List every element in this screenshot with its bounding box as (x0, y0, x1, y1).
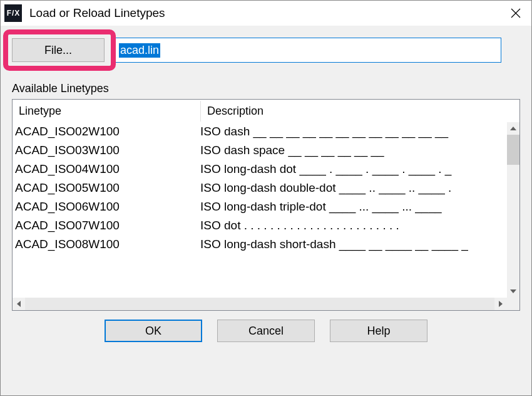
vertical-scrollbar[interactable] (507, 122, 519, 298)
file-input-value: acad.lin (119, 43, 160, 58)
window-title: Load or Reload Linetypes (29, 6, 500, 20)
linetype-desc: ISO long-dash short-dash ____ __ ____ __… (200, 237, 507, 251)
linetype-name: ACAD_ISO02W100 (15, 125, 200, 138)
list-item[interactable]: ACAD_ISO07W100 ISO dot . . . . . . . . .… (15, 216, 507, 235)
help-button[interactable]: Help (330, 320, 427, 342)
file-button[interactable]: File... (12, 38, 105, 62)
list-item[interactable]: ACAD_ISO04W100 ISO long-dash dot ____ . … (15, 160, 507, 179)
linetype-name: ACAD_ISO03W100 (15, 143, 200, 157)
list-item[interactable]: ACAD_ISO02W100 ISO dash __ __ __ __ __ _… (15, 122, 507, 141)
close-icon (511, 8, 521, 18)
list-body[interactable]: ACAD_ISO02W100 ISO dash __ __ __ __ __ _… (13, 122, 507, 298)
linetype-name: ACAD_ISO08W100 (15, 237, 200, 251)
linetype-desc: ISO long-dash double-dot ____ .. ____ ..… (200, 181, 507, 195)
titlebar: F/X Load or Reload Linetypes (1, 1, 531, 26)
ok-button[interactable]: OK (105, 320, 202, 342)
svg-marker-3 (510, 289, 516, 293)
linetype-desc: ISO dash space __ __ __ __ __ __ (200, 143, 507, 157)
cancel-button[interactable]: Cancel (217, 320, 315, 342)
app-icon: F/X (4, 4, 22, 22)
linetype-name: ACAD_ISO04W100 (15, 162, 200, 176)
scroll-thumb[interactable] (507, 135, 519, 165)
linetype-name: ACAD_ISO05W100 (15, 181, 200, 195)
button-row: OK Cancel Help (12, 320, 520, 342)
scroll-left-icon[interactable] (13, 298, 25, 310)
linetype-name: ACAD_ISO06W100 (15, 200, 200, 214)
list-header: Linetype Description (13, 100, 519, 122)
svg-marker-5 (499, 301, 503, 307)
linetype-name: ACAD_ISO07W100 (15, 219, 200, 232)
file-input[interactable]: acad.lin (115, 38, 501, 63)
dialog-window: F/X Load or Reload Linetypes File... aca… (0, 0, 532, 396)
scroll-up-icon[interactable] (507, 122, 519, 135)
list-item[interactable]: ACAD_ISO05W100 ISO long-dash double-dot … (15, 179, 507, 197)
scroll-down-icon[interactable] (507, 285, 519, 298)
dialog-content: File... acad.lin Available Linetypes Lin… (1, 26, 531, 395)
column-header-description[interactable]: Description (200, 101, 507, 122)
scroll-right-icon[interactable] (494, 298, 507, 310)
linetypes-listbox: Linetype Description ACAD_ISO02W100 ISO … (12, 99, 520, 311)
horizontal-scrollbar[interactable] (13, 298, 519, 310)
scroll-corner (507, 298, 519, 310)
column-header-linetype[interactable]: Linetype (13, 101, 200, 122)
available-linetypes-label: Available Linetypes (12, 82, 520, 95)
linetype-desc: ISO long-dash triple-dot ____ ... ____ .… (200, 200, 507, 214)
list-item[interactable]: ACAD_ISO06W100 ISO long-dash triple-dot … (15, 197, 507, 216)
close-button[interactable] (500, 1, 531, 26)
list-body-wrap: ACAD_ISO02W100 ISO dash __ __ __ __ __ _… (13, 122, 519, 298)
hscroll-track[interactable] (25, 298, 494, 310)
list-item[interactable]: ACAD_ISO08W100 ISO long-dash short-dash … (15, 235, 507, 254)
linetype-desc: ISO long-dash dot ____ . ____ . ____ . _… (200, 162, 507, 176)
linetype-desc: ISO dash __ __ __ __ __ __ __ __ __ __ _… (200, 125, 507, 138)
file-row: File... acad.lin (12, 32, 520, 68)
linetype-desc: ISO dot . . . . . . . . . . . . . . . . … (200, 219, 507, 232)
list-item[interactable]: ACAD_ISO03W100 ISO dash space __ __ __ _… (15, 141, 507, 160)
svg-marker-4 (17, 301, 21, 307)
svg-marker-2 (510, 127, 516, 130)
